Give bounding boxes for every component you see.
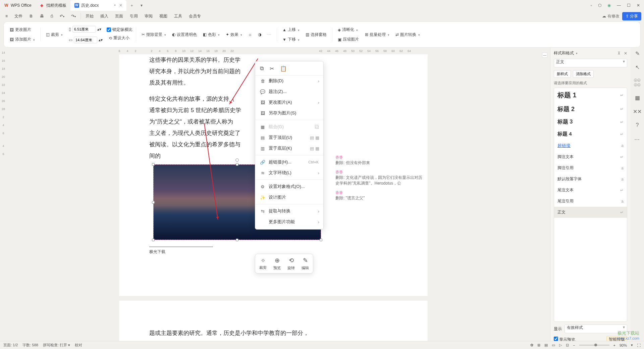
- tab-add-button[interactable]: ＋: [126, 3, 137, 8]
- menu-item[interactable]: 视图: [157, 12, 170, 20]
- share-button[interactable]: ⇪ 分享: [622, 12, 641, 20]
- tracked-change[interactable]: 香香删除: "谎言之父": [335, 190, 426, 201]
- context-menu-item[interactable]: ▥置于底层(K)▤ ▦: [255, 143, 323, 154]
- style-list-item[interactable]: 标题 2↵: [554, 102, 627, 116]
- tab-menu-button[interactable]: ▾: [137, 3, 146, 8]
- view-web-icon[interactable]: ▭: [552, 343, 555, 347]
- context-menu-item[interactable]: ≋文字环绕(L): [255, 167, 323, 178]
- print-preview-icon[interactable]: ⎙: [48, 12, 56, 20]
- tab-document[interactable]: W 历史.docx • ✕: [70, 0, 126, 11]
- resize-handle-b[interactable]: [236, 239, 238, 241]
- mini-toolbar-item[interactable]: ⊕预览: [273, 257, 281, 270]
- menu-item[interactable]: 会员专: [186, 12, 204, 20]
- grid-icon[interactable]: ⦾⦾⦾⦾: [634, 78, 641, 87]
- resize-handle-tl[interactable]: [152, 163, 155, 166]
- style-list-item[interactable]: 标题 1↵: [554, 88, 627, 102]
- window-close-icon[interactable]: ✕: [637, 3, 640, 8]
- change-image-button[interactable]: 🖼 更改图片: [8, 26, 37, 34]
- resize-handle-br[interactable]: [320, 239, 322, 241]
- lock-aspect-checkbox[interactable]: 锁定纵横比: [107, 27, 132, 33]
- redo-icon[interactable]: ↷▾: [68, 12, 78, 20]
- paste-icon[interactable]: 📋: [280, 65, 287, 72]
- menu-item[interactable]: 引用: [127, 12, 141, 20]
- edit-icon[interactable]: ✎: [635, 50, 640, 57]
- context-menu-item[interactable]: ⇆提取与转换: [255, 206, 323, 216]
- height-input[interactable]: [72, 26, 96, 33]
- status-icon[interactable]: ✿: [530, 343, 533, 347]
- remove-bg-button[interactable]: ✂抠除背景: [140, 31, 168, 39]
- view-outline-icon[interactable]: ▤: [544, 343, 548, 347]
- select-icon[interactable]: ↖: [635, 64, 640, 70]
- proofing-status[interactable]: 校对: [75, 343, 82, 348]
- add-image-button[interactable]: 🖼 添加图片: [8, 35, 37, 44]
- resize-handle-t[interactable]: [236, 163, 238, 166]
- tab-templates[interactable]: ◆ 找稻壳模板: [36, 0, 70, 11]
- help-icon[interactable]: ?: [636, 122, 639, 128]
- rotate-handle[interactable]: [235, 158, 239, 162]
- more-icon[interactable]: ⋯: [634, 136, 640, 143]
- cut-icon[interactable]: ✂: [270, 65, 274, 72]
- context-menu-item[interactable]: ⚙设置对象格式(O)...: [255, 181, 323, 192]
- batch-process-button[interactable]: ⊞批量处理: [363, 31, 391, 39]
- width-input[interactable]: [74, 37, 97, 43]
- zoom-slider[interactable]: [579, 345, 609, 346]
- context-menu-item[interactable]: 更多图片功能: [255, 216, 323, 227]
- close-icon[interactable]: ✕: [119, 3, 122, 8]
- new-file-icon[interactable]: 🗎: [26, 12, 36, 20]
- user-avatar-icon[interactable]: ◉: [607, 3, 611, 8]
- style-list-item[interactable]: 超链接a: [554, 140, 627, 151]
- tab-wps-office[interactable]: W WPS Office: [0, 0, 36, 11]
- view-focus-icon[interactable]: ⊡: [566, 343, 569, 347]
- resize-handle-bl[interactable]: [152, 239, 155, 241]
- zoom-out-icon[interactable]: −: [573, 343, 575, 347]
- current-style-select[interactable]: 正文 ▾: [554, 59, 627, 67]
- menu-item[interactable]: 开始: [83, 12, 96, 20]
- tracked-change[interactable]: 香香删除: 但没有外部来: [335, 155, 426, 166]
- resize-handle-l[interactable]: [152, 201, 155, 204]
- menu-item[interactable]: 插入: [98, 12, 111, 20]
- spellcheck-status[interactable]: 拼写检查: 打开 ▾: [43, 343, 70, 348]
- style-list-item[interactable]: 尾注引用a: [554, 196, 627, 207]
- layers-icon[interactable]: ▦: [635, 95, 640, 101]
- pin-icon[interactable]: ⊼: [618, 51, 621, 56]
- style-list-item[interactable]: 脚注引用a: [554, 162, 627, 173]
- mini-toolbar-item[interactable]: ⟲旋转: [287, 257, 295, 270]
- menu-item[interactable]: 页面: [112, 12, 126, 20]
- tools-icon[interactable]: ✕✕: [633, 108, 642, 115]
- style-list-item[interactable]: 脚注文本↵: [554, 151, 627, 162]
- context-menu-item[interactable]: 🖼另存为图片(S): [255, 108, 323, 118]
- contrast-icon[interactable]: ◑: [256, 31, 263, 38]
- style-list-item[interactable]: 默认段落字体a: [554, 173, 627, 185]
- context-menu-item[interactable]: 🗑删除(D): [255, 76, 323, 86]
- window-maximize-icon[interactable]: ☐: [627, 3, 631, 8]
- new-style-button[interactable]: 新样式: [554, 70, 571, 78]
- tracked-change[interactable]: 香香删除: 文化遗产或传说，因为它们没有显示出对历史学科的"无私调查"。Hero…: [335, 170, 426, 186]
- reset-size-button[interactable]: ⟲ 重设大小: [107, 34, 132, 42]
- mini-toolbar-item[interactable]: ✎编辑: [302, 257, 309, 270]
- zoom-in-icon[interactable]: +: [613, 343, 615, 347]
- context-menu-item[interactable]: 🖼更改图片(A): [255, 97, 323, 108]
- collapse-panel-button[interactable]: —: [542, 52, 547, 58]
- word-count[interactable]: 字数: 588: [22, 343, 38, 348]
- view-play-icon[interactable]: ▷: [559, 343, 562, 347]
- cube-icon[interactable]: ⬡: [598, 3, 601, 8]
- style-list-item[interactable]: 正文↵: [554, 207, 627, 218]
- document-area[interactable]: 6422468101214161820224244464850525456586…: [7, 48, 550, 346]
- undo-icon[interactable]: ↶▾: [57, 12, 67, 20]
- crop-button[interactable]: ◫裁剪: [44, 31, 65, 39]
- bring-forward-button[interactable]: ▲ 上移: [280, 26, 302, 34]
- close-icon[interactable]: ✕: [624, 51, 627, 56]
- style-list-item[interactable]: 尾注文本↵: [554, 185, 627, 196]
- window-restore-icon[interactable]: ▫: [591, 3, 592, 8]
- fullscreen-icon[interactable]: ⛶: [637, 343, 641, 347]
- style-list-item[interactable]: 标题 3↵: [554, 116, 627, 128]
- window-minimize-icon[interactable]: —: [617, 3, 621, 8]
- context-menu-item[interactable]: 💬题注(Z)...: [255, 86, 323, 97]
- menu-item[interactable]: 审阅: [142, 12, 155, 20]
- effects-button[interactable]: ✦效果: [224, 31, 244, 39]
- print-icon[interactable]: 🖶: [37, 12, 47, 20]
- view-read-icon[interactable]: ⊞: [537, 343, 540, 347]
- selection-pane-button[interactable]: ▥选择窗格: [304, 31, 329, 39]
- file-menu[interactable]: 文件: [12, 12, 25, 20]
- context-menu-item[interactable]: ▤置于顶层(U)▤ ▦: [255, 132, 323, 143]
